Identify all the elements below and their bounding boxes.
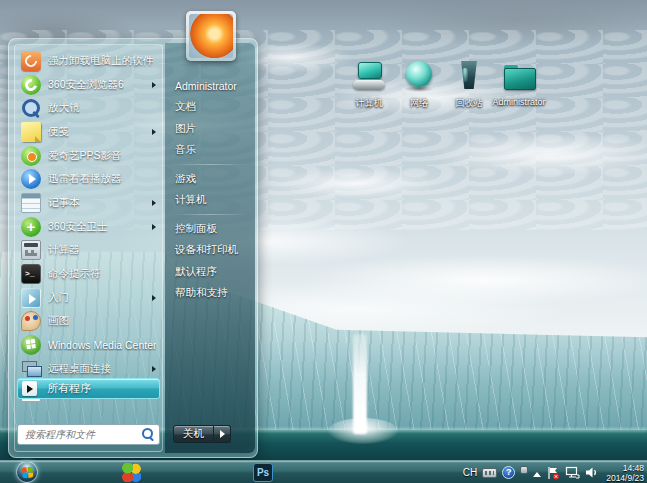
start-menu-right-column: Administrator 文档 图片 音乐 游戏 计算机 控制面板 设备和打印… bbox=[165, 43, 255, 453]
start-menu: 强力卸载电脑上的软件 360安全浏览器6 放大镜 便笺 爱奇艺PPS影音 迅雷看… bbox=[8, 38, 258, 458]
start-menu-right-control-panel[interactable]: 控制面板 bbox=[165, 218, 255, 240]
browser-360-icon bbox=[21, 75, 41, 95]
sticky-notes-icon bbox=[21, 122, 41, 142]
show-hidden-icons-arrow[interactable] bbox=[533, 468, 541, 477]
desktop-icon-computer[interactable]: 计算机 bbox=[344, 58, 394, 110]
calculator-icon bbox=[21, 240, 41, 260]
taskbar-app-colorful[interactable] bbox=[118, 462, 144, 483]
taskbar-app-photoshop[interactable]: Ps bbox=[250, 462, 276, 483]
desktop-icon-label: Administrator bbox=[493, 97, 546, 107]
start-menu-item-xunlei[interactable]: 迅雷看看播放器 bbox=[17, 167, 160, 191]
submenu-arrow-icon bbox=[152, 295, 156, 301]
taskbar: Ps CH ? bbox=[0, 460, 647, 483]
submenu-arrow-icon bbox=[152, 82, 156, 88]
desktop-icon-label: 计算机 bbox=[356, 97, 383, 110]
user-avatar[interactable] bbox=[186, 11, 236, 61]
windows-logo-icon bbox=[21, 466, 33, 478]
desktop-icon-label: 网络 bbox=[410, 97, 428, 110]
paint-icon bbox=[21, 311, 41, 331]
start-menu-left-column: 强力卸载电脑上的软件 360安全浏览器6 放大镜 便笺 爱奇艺PPS影音 迅雷看… bbox=[14, 44, 163, 452]
start-menu-right-computer[interactable]: 计算机 bbox=[165, 190, 255, 212]
xunlei-player-icon bbox=[21, 169, 41, 189]
start-menu-item-360safe[interactable]: 360安全卫士 bbox=[17, 215, 160, 239]
start-menu-right-games[interactable]: 游戏 bbox=[165, 168, 255, 190]
start-menu-item-getting-started[interactable]: 入门 bbox=[17, 286, 160, 310]
shutdown-options-button[interactable] bbox=[214, 425, 231, 443]
recycle-bin-icon bbox=[450, 58, 488, 94]
start-menu-item-360browser[interactable]: 360安全浏览器6 bbox=[17, 73, 160, 97]
start-menu-right-default-programs[interactable]: 默认程序 bbox=[165, 261, 255, 283]
language-indicator[interactable]: CH bbox=[463, 467, 477, 478]
start-menu-item-sticky-notes[interactable]: 便笺 bbox=[17, 120, 160, 144]
taskbar-clock[interactable]: 14:48 2014/9/23 bbox=[606, 463, 644, 483]
start-menu-item-uninstall[interactable]: 强力卸载电脑上的软件 bbox=[17, 49, 160, 73]
start-menu-right-help-support[interactable]: 帮助和支持 bbox=[165, 283, 255, 305]
system-tray: CH ? 14:48 bbox=[463, 461, 644, 483]
submenu-arrow-icon bbox=[152, 366, 156, 372]
clock-time: 14:48 bbox=[623, 463, 644, 473]
shutdown-button[interactable]: 关机 bbox=[173, 425, 214, 443]
pps-player-icon bbox=[21, 146, 41, 166]
photoshop-icon: Ps bbox=[253, 463, 273, 482]
hidden-tray-icon[interactable] bbox=[520, 466, 528, 480]
start-button[interactable] bbox=[16, 461, 38, 483]
start-menu-item-pps[interactable]: 爱奇艺PPS影音 bbox=[17, 144, 160, 168]
search-area bbox=[17, 424, 160, 445]
right-arrow-icon bbox=[27, 385, 33, 393]
uninstall-icon bbox=[21, 51, 41, 71]
desktop-icon-recycle-bin[interactable]: 回收站 bbox=[444, 58, 494, 110]
colorful-pinwheel-icon bbox=[122, 463, 141, 482]
start-menu-item-cmd[interactable]: 命令提示符 bbox=[17, 262, 160, 286]
clock-date: 2014/9/23 bbox=[606, 473, 644, 483]
desktop-icon-network[interactable]: 网络 bbox=[394, 58, 444, 110]
start-menu-item-media-center[interactable]: Windows Media Center bbox=[17, 333, 160, 357]
action-center-flag-icon[interactable] bbox=[546, 466, 560, 480]
volume-icon[interactable] bbox=[585, 466, 598, 479]
getting-started-icon bbox=[21, 288, 41, 308]
360-safe-icon bbox=[21, 217, 41, 237]
submenu-arrow-icon bbox=[152, 200, 156, 206]
command-prompt-icon bbox=[21, 264, 41, 284]
start-menu-right-music[interactable]: 音乐 bbox=[165, 140, 255, 162]
right-arrow-icon bbox=[220, 430, 225, 438]
separator bbox=[173, 214, 247, 215]
media-center-icon bbox=[21, 335, 41, 355]
desktop-icon-administrator[interactable]: Administrator bbox=[494, 58, 544, 110]
start-menu-right-documents[interactable]: 文档 bbox=[165, 97, 255, 119]
all-programs-arrow-box bbox=[22, 381, 37, 396]
start-menu-item-calculator[interactable]: 计算器 bbox=[17, 239, 160, 263]
folder-icon bbox=[500, 58, 538, 94]
submenu-arrow-icon bbox=[152, 129, 156, 135]
search-input[interactable] bbox=[17, 424, 160, 445]
remote-desktop-icon bbox=[21, 359, 41, 379]
shutdown-area: 关机 bbox=[173, 425, 231, 443]
desktop-icon-row: 计算机 网络 回收站 Administrator bbox=[344, 58, 544, 110]
network-icon bbox=[400, 58, 438, 94]
network-icon[interactable] bbox=[565, 466, 580, 479]
desktop-icon-label: 回收站 bbox=[456, 97, 483, 110]
start-menu-item-notepad[interactable]: 记事本 bbox=[17, 191, 160, 215]
search-icon bbox=[142, 428, 155, 441]
start-menu-right-pictures[interactable]: 图片 bbox=[165, 118, 255, 140]
keyboard-icon[interactable] bbox=[482, 468, 497, 478]
magnifier-icon bbox=[21, 98, 41, 118]
avatar-flower-picture bbox=[189, 14, 233, 58]
wallpaper-foam bbox=[328, 418, 398, 444]
help-icon[interactable]: ? bbox=[502, 466, 515, 479]
separator bbox=[173, 164, 247, 165]
submenu-arrow-icon bbox=[152, 224, 156, 230]
all-programs-button[interactable]: 所有程序 bbox=[17, 378, 160, 399]
start-menu-right-devices-printers[interactable]: 设备和打印机 bbox=[165, 240, 255, 262]
notepad-icon bbox=[21, 193, 41, 213]
start-menu-item-magnifier[interactable]: 放大镜 bbox=[17, 96, 160, 120]
computer-icon bbox=[350, 58, 388, 94]
start-menu-user-name[interactable]: Administrator bbox=[165, 75, 255, 97]
start-menu-item-paint[interactable]: 画图 bbox=[17, 310, 160, 334]
